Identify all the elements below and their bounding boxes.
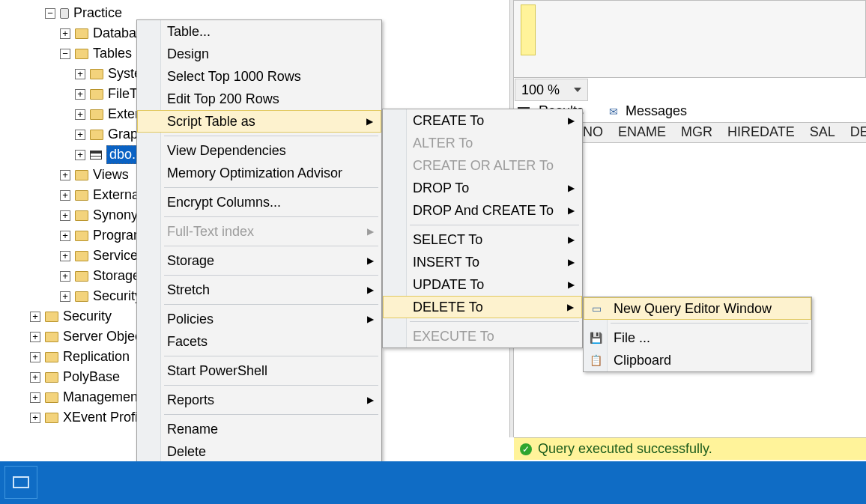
menu-item-policies[interactable]: Policies▶ [137,308,381,330]
expand-icon[interactable]: + [60,271,70,282]
zoom-combobox[interactable]: 100 % [515,79,588,101]
submenu-script-table-as: CREATE To▶ ALTER To CREATE OR ALTER To D… [382,109,583,348]
menu-label: CREATE OR ALTER To [413,158,554,174]
tree-label: Tables [93,46,132,61]
menu-item-reports[interactable]: Reports▶ [137,389,381,411]
menu-item-design[interactable]: Design [137,43,381,65]
submenu-arrow-icon: ▶ [568,205,575,216]
menu-label: Memory Optimization Advisor [167,166,342,181]
column-header[interactable]: NO [583,124,603,140]
collapse-icon[interactable]: − [60,49,70,59]
menu-item-select-top[interactable]: Select Top 1000 Rows [137,65,381,88]
menu-item-create-or-alter-to: CREATE OR ALTER To [383,154,582,177]
folder-icon [75,231,88,241]
tab-messages[interactable]: ✉Messages [602,102,691,121]
submenu-delete-to: ▭New Query Editor Window 💾File ... 📋Clip… [583,297,812,372]
menu-item-encrypt-columns[interactable]: Encrypt Columns... [137,191,381,213]
menu-item-update-to[interactable]: UPDATE To▶ [383,273,582,296]
success-icon: ✓ [520,443,532,455]
editor-ruler [521,4,536,55]
expand-icon[interactable]: + [60,170,70,180]
menu-label: SELECT To [413,232,482,248]
menu-item-stretch[interactable]: Stretch▶ [137,279,381,301]
menu-item-new-query-editor[interactable]: ▭New Query Editor Window [584,297,811,320]
expand-icon[interactable]: + [30,352,40,362]
expand-icon[interactable]: + [60,190,70,201]
menu-item-delete-to[interactable]: DELETE To▶ [383,296,582,318]
menu-label: Edit Top 200 Rows [167,91,279,107]
status-text: Query executed successfully. [538,441,712,457]
menu-item-delete[interactable]: Delete [137,440,381,463]
folder-icon [75,170,88,180]
menu-item-drop-to[interactable]: DROP To▶ [383,177,582,199]
tree-label: Storage [93,268,140,284]
expand-icon[interactable]: + [30,312,40,322]
expand-icon[interactable]: + [30,332,40,342]
collapse-icon[interactable]: − [45,8,55,19]
expand-icon[interactable]: + [75,69,85,79]
menu-item-drop-and-create-to[interactable]: DROP And CREATE To▶ [383,199,582,222]
menu-item-new-table[interactable]: Table... [137,20,381,43]
submenu-arrow-icon: ▶ [367,314,374,324]
column-header[interactable]: ENAME [618,124,666,140]
taskview-icon [13,476,29,488]
menu-item-select-to[interactable]: SELECT To▶ [383,228,582,251]
menu-label: CREATE To [413,113,484,129]
menu-label: Encrypt Columns... [167,195,281,210]
menu-item-clipboard[interactable]: 📋Clipboard [584,349,811,371]
tree-label: Practice [73,5,122,21]
menu-label: Facets [167,334,208,350]
expand-icon[interactable]: + [60,251,70,261]
menu-label: Script Table as [167,114,255,130]
taskbar-taskview-button[interactable] [4,466,37,499]
menu-item-facets[interactable]: Facets [137,330,381,353]
tree-label: Views [93,167,129,183]
menu-item-view-dependencies[interactable]: View Dependencies [137,139,381,162]
column-header[interactable]: HIREDATE [727,124,795,140]
folder-icon [75,271,88,282]
expand-icon[interactable]: + [75,109,85,120]
menu-label: Select Top 1000 Rows [167,69,301,85]
zoom-value: 100 % [521,82,566,98]
taskbar[interactable] [0,461,866,504]
submenu-arrow-icon: ▶ [568,183,575,193]
menu-item-storage[interactable]: Storage▶ [137,249,381,272]
menu-item-insert-to[interactable]: INSERT To▶ [383,251,582,273]
menu-label: New Query Editor Window [614,301,772,317]
menu-label: Stretch [167,282,210,298]
expand-icon[interactable]: + [60,291,70,302]
expand-icon[interactable]: + [30,413,40,423]
menu-item-rename[interactable]: Rename [137,418,381,440]
menu-item-edit-top[interactable]: Edit Top 200 Rows [137,88,381,110]
menu-item-create-to[interactable]: CREATE To▶ [383,109,582,132]
menu-label: Clipboard [614,353,671,368]
column-header[interactable]: MGR [681,124,712,140]
column-header[interactable]: SAL [810,124,835,140]
expand-icon[interactable]: + [60,231,70,241]
save-icon: 💾 [588,332,603,344]
submenu-arrow-icon: ▶ [568,279,575,290]
expand-icon[interactable]: + [60,210,70,221]
expand-icon[interactable]: + [75,150,85,160]
menu-item-file[interactable]: 💾File ... [584,327,811,349]
submenu-arrow-icon: ▶ [568,234,575,245]
submenu-arrow-icon: ▶ [367,226,374,237]
menu-separator [164,136,378,136]
expand-icon[interactable]: + [30,372,40,383]
column-header[interactable]: DEPTN [850,124,866,140]
grid-columns: NO ENAME MGR HIREDATE SAL DEPTN [583,124,866,140]
menu-item-memory-optimization[interactable]: Memory Optimization Advisor [137,162,381,184]
menu-item-script-table-as[interactable]: Script Table as▶ [137,110,381,133]
expand-icon[interactable]: + [75,130,85,140]
tree-label: Replication [63,349,130,365]
expand-icon[interactable]: + [60,28,70,39]
message-icon: ✉ [606,106,621,118]
folder-icon [75,210,88,221]
table-icon [90,151,102,160]
folder-icon [90,89,103,100]
expand-icon[interactable]: + [30,392,40,403]
folder-icon [90,69,103,79]
expand-icon[interactable]: + [75,89,85,100]
menu-item-start-powershell[interactable]: Start PowerShell [137,359,381,382]
menu-label: EXECUTE To [413,329,494,344]
